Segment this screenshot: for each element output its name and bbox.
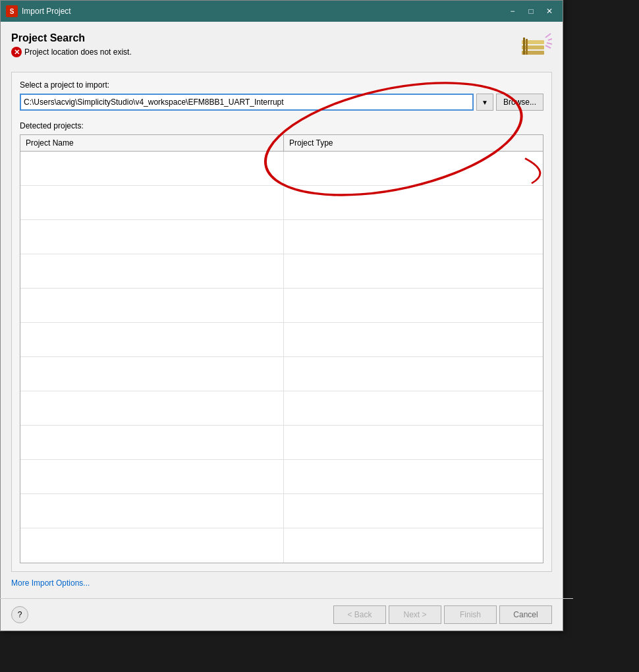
svg-line-10 bbox=[545, 45, 551, 48]
table-row[interactable] bbox=[20, 426, 543, 460]
path-input[interactable] bbox=[20, 94, 474, 111]
error-icon: ✕ bbox=[11, 47, 22, 57]
table-row[interactable] bbox=[20, 323, 543, 357]
window-title: Import Project bbox=[22, 7, 505, 16]
table-row[interactable] bbox=[20, 289, 543, 323]
projects-table: Project Name Project Type bbox=[20, 134, 543, 563]
svg-rect-3 bbox=[522, 45, 544, 49]
title-bar: S Import Project − □ ✕ bbox=[1, 1, 563, 22]
table-row[interactable] bbox=[20, 254, 543, 289]
error-message: ✕ Project location does not exist. bbox=[11, 47, 132, 57]
svg-text:S: S bbox=[10, 8, 14, 15]
table-row[interactable] bbox=[20, 152, 543, 186]
table-row[interactable] bbox=[20, 391, 543, 426]
error-text: Project location does not exist. bbox=[24, 47, 132, 57]
table-body bbox=[20, 152, 543, 563]
help-button[interactable]: ? bbox=[11, 606, 28, 623]
more-import-options-link[interactable]: More Import Options... bbox=[11, 578, 552, 588]
browse-button[interactable]: Browse... bbox=[496, 94, 543, 111]
col-project-type: Project Type bbox=[284, 135, 543, 151]
svg-rect-5 bbox=[523, 38, 525, 55]
svg-rect-4 bbox=[522, 40, 544, 44]
select-label: Select a project to import: bbox=[20, 80, 543, 90]
table-row[interactable] bbox=[20, 494, 543, 528]
content-area: Project Search ✕ Project location does n… bbox=[1, 22, 563, 598]
svg-line-7 bbox=[545, 34, 551, 38]
svg-line-9 bbox=[547, 43, 552, 44]
button-bar: ? < Back Next > Finish Cancel bbox=[1, 599, 563, 630]
svg-rect-6 bbox=[526, 39, 528, 55]
window-controls: − □ ✕ bbox=[505, 5, 557, 17]
header-left: Project Search ✕ Project location does n… bbox=[11, 32, 132, 57]
col-project-name: Project Name bbox=[20, 135, 284, 151]
project-icon bbox=[518, 32, 552, 67]
detected-label: Detected projects: bbox=[20, 121, 543, 130]
table-row[interactable] bbox=[20, 186, 543, 220]
path-row: ▼ Browse... bbox=[20, 94, 543, 111]
header-section: Project Search ✕ Project location does n… bbox=[11, 32, 552, 67]
svg-line-8 bbox=[548, 39, 552, 40]
path-dropdown-button[interactable]: ▼ bbox=[476, 94, 493, 111]
close-button[interactable]: ✕ bbox=[542, 5, 557, 17]
finish-button[interactable]: Finish bbox=[444, 605, 497, 624]
cancel-button[interactable]: Cancel bbox=[499, 605, 552, 624]
table-header: Project Name Project Type bbox=[20, 135, 543, 152]
next-button[interactable]: Next > bbox=[389, 605, 441, 624]
table-row[interactable] bbox=[20, 460, 543, 494]
table-row[interactable] bbox=[20, 220, 543, 254]
minimize-button[interactable]: − bbox=[505, 5, 520, 17]
page-title: Project Search bbox=[11, 32, 132, 44]
table-row[interactable] bbox=[20, 357, 543, 391]
main-panel: Select a project to import: ▼ Browse... … bbox=[11, 72, 552, 572]
svg-rect-2 bbox=[522, 51, 544, 55]
back-button[interactable]: < Back bbox=[333, 605, 386, 624]
table-row[interactable] bbox=[20, 528, 543, 563]
app-icon: S bbox=[6, 5, 18, 17]
maximize-button[interactable]: □ bbox=[523, 5, 539, 17]
